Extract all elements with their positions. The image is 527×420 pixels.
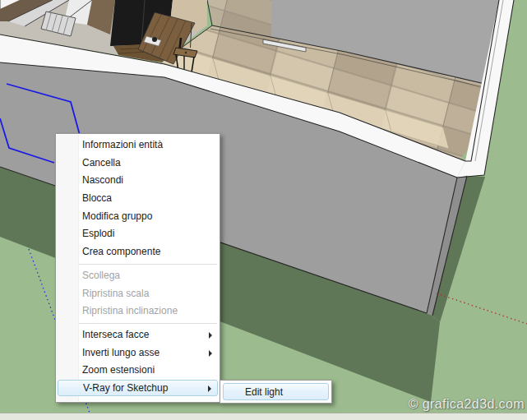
submenu-arrow-icon [209, 332, 212, 339]
menu-item-inverti-lungo-asse[interactable]: Inverti lungo asse [56, 344, 220, 362]
menu-item-crea-componente[interactable]: Crea componente [56, 243, 220, 261]
submenu-arrow-icon [209, 350, 212, 357]
menu-item-modifica-gruppo[interactable]: Modifica gruppo [56, 208, 220, 226]
bottom-bar [0, 413, 527, 420]
menu-item-edit-light[interactable]: Edit light [223, 383, 329, 400]
menu-item-zoom-estensioni[interactable]: Zoom estensioni [56, 362, 220, 380]
menu-item-ripristina-scala: Ripristina scala [56, 285, 220, 303]
menu-item-ripristina-inclinazione: Ripristina inclinazione [56, 302, 220, 321]
watermark: © grafica2d3d.com [409, 397, 525, 412]
menu-item-cancella[interactable]: Cancella [56, 155, 220, 173]
menu-item-nascondi[interactable]: Nascondi [56, 172, 220, 190]
menu-separator [79, 323, 217, 324]
menu-item-informazioni-entita[interactable]: Informazioni entità [56, 136, 220, 155]
vray-submenu: Edit light [220, 380, 332, 404]
menu-item-scollega: Scollega [56, 267, 220, 285]
sketchup-window: Informazioni entità Cancella Nascondi Bl… [0, 0, 527, 420]
menu-item-blocca[interactable]: Blocca [56, 190, 220, 208]
menu-separator [79, 264, 217, 265]
menu-item-vray-for-sketchup[interactable]: V-Ray for Sketchup [58, 380, 218, 396]
submenu-arrow-icon [208, 385, 211, 392]
menu-item-interseca-facce[interactable]: Interseca facce [56, 326, 220, 344]
menu-item-esplodi[interactable]: Esplodi [56, 225, 220, 243]
context-menu: Informazioni entità Cancella Nascondi Bl… [55, 133, 220, 403]
